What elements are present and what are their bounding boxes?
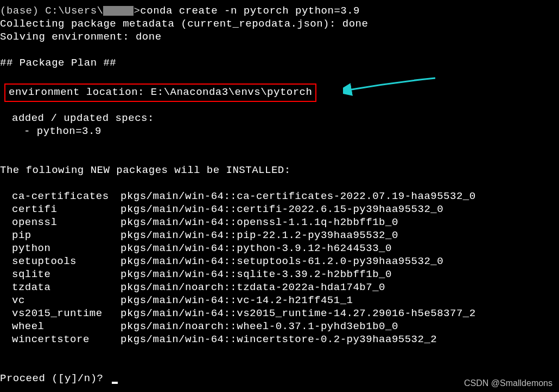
package-name: setuptools [12, 255, 120, 268]
watermark: CSDN @Smalldemons [464, 377, 552, 390]
package-name: ca-certificates [12, 190, 120, 203]
package-source: pkgs/main/win-64::wincertstore-0.2-py39h… [120, 333, 559, 346]
package-source: pkgs/main/win-64::pip-22.1.2-py39haa9553… [120, 229, 559, 242]
package-plan-header: ## Package Plan ## [0, 56, 559, 69]
package-row: tzdatapkgs/main/noarch::tzdata-2022a-hda… [0, 281, 559, 294]
package-row: pippkgs/main/win-64::pip-22.1.2-py39haa9… [0, 229, 559, 242]
package-name: wincertstore [12, 333, 120, 346]
package-row: ca-certificatespkgs/main/win-64::ca-cert… [0, 190, 559, 203]
package-row: certifipkgs/main/win-64::certifi-2022.6.… [0, 203, 559, 216]
package-name: sqlite [12, 268, 120, 281]
command-text: conda create -n pytorch python=3.9 [140, 5, 360, 17]
env-location-box: environment location: E:\Anaconda3\envs\… [0, 82, 559, 102]
package-name: python [12, 242, 120, 255]
package-row: wincertstorepkgs/main/win-64::wincertsto… [0, 333, 559, 346]
package-row: wheelpkgs/main/noarch::wheel-0.37.1-pyhd… [0, 320, 559, 333]
env-location-highlight: environment location: E:\Anaconda3\envs\… [4, 83, 316, 102]
package-source: pkgs/main/win-64::ca-certificates-2022.0… [120, 190, 559, 203]
package-row: setuptoolspkgs/main/win-64::setuptools-6… [0, 255, 559, 268]
package-source: pkgs/main/noarch::wheel-0.37.1-pyhd3eb1b… [120, 320, 559, 333]
package-source: pkgs/main/win-64::setuptools-61.2.0-py39… [120, 255, 559, 268]
package-source: pkgs/main/win-64::vc-14.2-h21ff451_1 [120, 294, 559, 307]
package-name: tzdata [12, 281, 120, 294]
prompt-env: (base) [0, 5, 39, 17]
package-name: pip [12, 229, 120, 242]
package-source: pkgs/main/win-64::certifi-2022.6.15-py39… [120, 203, 559, 216]
prompt-line: (base) C:\Users\>conda create -n pytorch… [0, 4, 559, 17]
env-location-text: environment location: E:\Anaconda3\envs\… [9, 86, 312, 98]
package-name: vs2015_runtime [12, 307, 120, 320]
package-source: pkgs/main/win-64::vs2015_runtime-14.27.2… [120, 307, 559, 320]
package-row: opensslpkgs/main/win-64::openssl-1.1.1q-… [0, 216, 559, 229]
package-name: certifi [12, 203, 120, 216]
package-row: vs2015_runtimepkgs/main/win-64::vs2015_r… [0, 307, 559, 320]
collecting-metadata-line: Collecting package metadata (current_rep… [0, 17, 559, 30]
solving-env-line: Solving environment: done [0, 30, 559, 43]
package-row: sqlitepkgs/main/win-64::sqlite-3.39.2-h2… [0, 268, 559, 281]
prompt-path-prefix: C:\Users\ [39, 5, 103, 17]
package-source: pkgs/main/noarch::tzdata-2022a-hda174b7_… [120, 281, 559, 294]
packages-list: ca-certificatespkgs/main/win-64::ca-cert… [0, 190, 559, 346]
package-name: vc [12, 294, 120, 307]
input-cursor [112, 382, 118, 384]
prompt-path-suffix: > [134, 5, 140, 17]
package-source: pkgs/main/win-64::sqlite-3.39.2-h2bbff1b… [120, 268, 559, 281]
package-source: pkgs/main/win-64::openssl-1.1.1q-h2bbff1… [120, 216, 559, 229]
package-source: pkgs/main/win-64::python-3.9.12-h6244533… [120, 242, 559, 255]
specs-header: added / updated specs: [0, 112, 559, 125]
package-row: pythonpkgs/main/win-64::python-3.9.12-h6… [0, 242, 559, 255]
proceed-prompt-text: Proceed ([y]/n)? [0, 372, 110, 384]
spec-item: - python=3.9 [0, 125, 559, 138]
package-name: wheel [12, 320, 120, 333]
package-name: openssl [12, 216, 120, 229]
new-packages-header: The following NEW packages will be INSTA… [0, 164, 559, 177]
redacted-username [103, 6, 134, 16]
package-row: vcpkgs/main/win-64::vc-14.2-h21ff451_1 [0, 294, 559, 307]
